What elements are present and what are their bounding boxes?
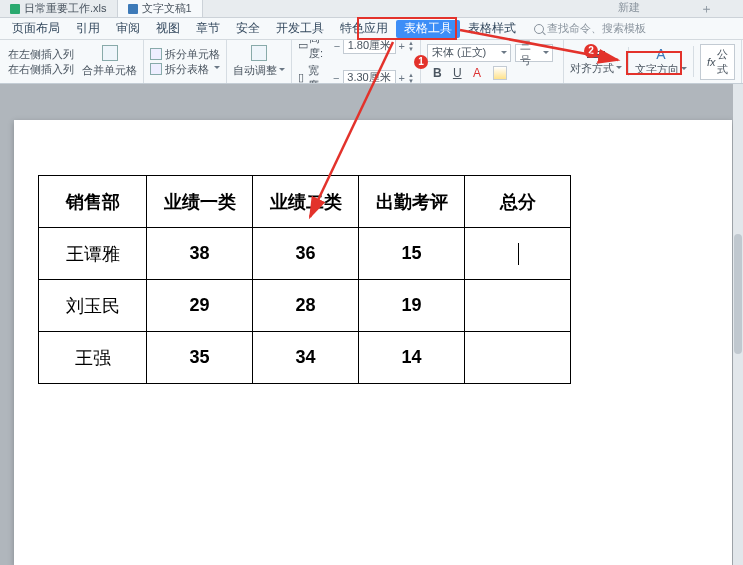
scrollbar-thumb[interactable]	[734, 234, 742, 354]
split-cells-button[interactable]: 拆分单元格	[165, 47, 220, 62]
cell-name[interactable]: 王强	[39, 332, 147, 384]
dimension-group: ▭ 高度: − 1.80厘米 + ▲▼ ▯ 宽度: − 3.30厘米 + ▲▼	[292, 40, 421, 84]
width-label: 宽度:	[308, 63, 330, 85]
sheet-icon	[10, 4, 20, 14]
height-stepper[interactable]: ▲▼	[408, 40, 414, 52]
callout-badge-2: 2	[584, 44, 598, 58]
table-row: 王强 35 34 14	[39, 332, 571, 384]
cell-name[interactable]: 刘玉民	[39, 280, 147, 332]
cell-value[interactable]: 36	[253, 228, 359, 280]
scrollbar-vertical[interactable]	[733, 84, 743, 565]
cell-value[interactable]: 19	[359, 280, 465, 332]
cell-total-active[interactable]	[465, 228, 571, 280]
width-input[interactable]: 3.30厘米	[343, 70, 396, 85]
col-width-icon: ▯	[298, 71, 305, 85]
fx-icon: fx	[707, 56, 716, 68]
height-input[interactable]: 1.80厘米	[343, 40, 395, 54]
menu-review[interactable]: 审阅	[108, 18, 148, 39]
height-label: 高度:	[309, 40, 331, 61]
text-direction-group: A 文字方向	[629, 46, 694, 77]
text-direction-button[interactable]: 文字方向	[635, 62, 687, 77]
autofit-button[interactable]: 自动调整	[233, 63, 285, 78]
menu-special[interactable]: 特色应用	[332, 18, 396, 39]
menu-table-style[interactable]: 表格样式	[460, 18, 524, 39]
menu-table-tools[interactable]: 表格工具	[396, 20, 460, 38]
document-viewport: 销售部 业绩一类 业绩二类 出勤考评 总分 王谭雅 38 36 15 刘玉民 2…	[0, 84, 743, 565]
underline-button[interactable]: U	[453, 66, 467, 80]
col-header[interactable]: 业绩一类	[147, 176, 253, 228]
table-header-row: 销售部 业绩一类 业绩二类 出勤考评 总分	[39, 176, 571, 228]
cell-value[interactable]: 15	[359, 228, 465, 280]
split-cells-icon	[150, 48, 162, 60]
search-icon	[534, 24, 544, 34]
new-tab-icon[interactable]: ＋	[700, 0, 713, 18]
text-direction-icon[interactable]: A	[653, 46, 669, 62]
tab-spreadsheet[interactable]: 日常重要工作.xls	[0, 0, 118, 17]
cell-total[interactable]	[465, 332, 571, 384]
highlight-button[interactable]	[493, 66, 507, 80]
ribbon-toolbar: 在左侧插入列 在右侧插入列 合并单元格 拆分单元格 拆分表格 自动调整 ▭ 高度…	[0, 40, 743, 84]
search-placeholder: 查找命令、搜索模板	[547, 21, 646, 36]
chevron-down-icon	[279, 68, 285, 74]
cell-total[interactable]	[465, 280, 571, 332]
menu-devtools[interactable]: 开发工具	[268, 18, 332, 39]
menu-security[interactable]: 安全	[228, 18, 268, 39]
chevron-down-icon	[681, 67, 687, 73]
table-row: 王谭雅 38 36 15	[39, 228, 571, 280]
chevron-down-icon	[214, 66, 220, 72]
width-stepper[interactable]: ▲▼	[408, 72, 414, 84]
cell-value[interactable]: 14	[359, 332, 465, 384]
document-page[interactable]: 销售部 业绩一类 业绩二类 出勤考评 总分 王谭雅 38 36 15 刘玉民 2…	[14, 120, 732, 565]
split-table-icon	[150, 63, 162, 75]
menu-page-layout[interactable]: 页面布局	[4, 18, 68, 39]
bold-button[interactable]: B	[433, 66, 447, 80]
col-header[interactable]: 销售部	[39, 176, 147, 228]
font-color-button[interactable]: A	[473, 66, 487, 80]
tab-label: 日常重要工作.xls	[24, 1, 107, 16]
merge-cells-button[interactable]: 合并单元格	[82, 63, 137, 78]
font-size-select[interactable]: 三号	[515, 44, 553, 62]
col-header[interactable]: 业绩二类	[253, 176, 359, 228]
autofit-icon	[251, 45, 267, 61]
table-row: 刘玉民 29 28 19	[39, 280, 571, 332]
search-box[interactable]: 查找命令、搜索模板	[534, 21, 646, 36]
formula-label: 公式	[717, 47, 728, 77]
col-header[interactable]: 总分	[465, 176, 571, 228]
tab-document-active[interactable]: 文字文稿1	[118, 0, 203, 17]
font-name-select[interactable]: 宋体 (正文)	[427, 44, 511, 62]
doc-icon	[128, 4, 138, 14]
cell-name[interactable]: 王谭雅	[39, 228, 147, 280]
formula-button[interactable]: fx 公式	[700, 44, 736, 80]
menu-reference[interactable]: 引用	[68, 18, 108, 39]
insert-col-right-button[interactable]: 在右侧插入列	[8, 62, 74, 77]
menubar: 页面布局 引用 审阅 视图 章节 安全 开发工具 特色应用 表格工具 表格样式 …	[0, 18, 743, 40]
chevron-down-icon	[616, 66, 622, 72]
sales-table[interactable]: 销售部 业绩一类 业绩二类 出勤考评 总分 王谭雅 38 36 15 刘玉民 2…	[38, 175, 571, 384]
callout-badge-1: 1	[414, 55, 428, 69]
row-height-icon: ▭	[298, 40, 306, 53]
merge-cells-icon	[102, 45, 118, 61]
menu-section[interactable]: 章节	[188, 18, 228, 39]
cell-value[interactable]: 35	[147, 332, 253, 384]
cell-value[interactable]: 38	[147, 228, 253, 280]
tab-new-label[interactable]: 新建	[618, 0, 640, 18]
col-header[interactable]: 出勤考评	[359, 176, 465, 228]
cell-value[interactable]: 29	[147, 280, 253, 332]
window-tabstrip: 日常重要工作.xls 文字文稿1 新建 ＋	[0, 0, 743, 18]
menu-view[interactable]: 视图	[148, 18, 188, 39]
split-table-button[interactable]: 拆分表格	[165, 62, 209, 77]
cell-value[interactable]: 34	[253, 332, 359, 384]
insert-col-left-button[interactable]: 在左侧插入列	[8, 47, 74, 62]
align-button[interactable]: 对齐方式	[570, 61, 622, 76]
cell-value[interactable]: 28	[253, 280, 359, 332]
tab-label: 文字文稿1	[142, 1, 192, 16]
